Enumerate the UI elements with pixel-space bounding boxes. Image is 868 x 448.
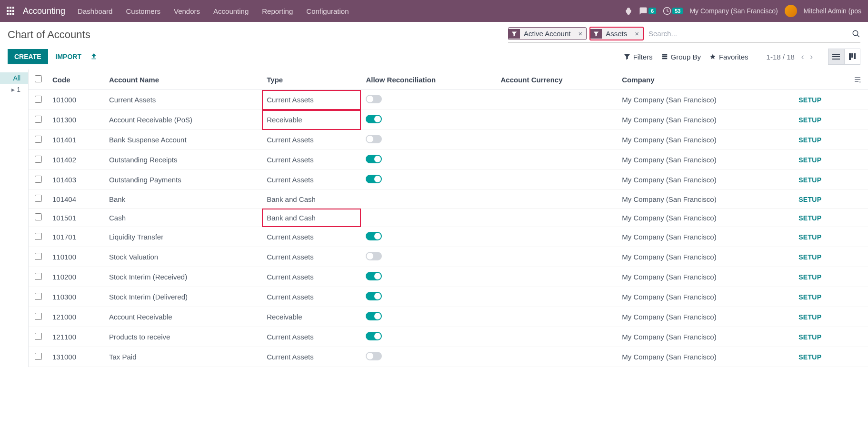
table-row[interactable]: 101404BankBank and CashMy Company (San F… (29, 190, 868, 209)
cell-code: 101404 (48, 190, 104, 209)
pager-next[interactable]: › (808, 52, 815, 61)
setup-button[interactable]: SETUP (798, 96, 821, 104)
row-checkbox[interactable] (35, 233, 42, 240)
setup-button[interactable]: SETUP (798, 176, 821, 184)
nav-link-accounting[interactable]: Accounting (213, 7, 249, 15)
row-checkbox[interactable] (35, 195, 42, 202)
bug-icon[interactable] (625, 7, 632, 15)
row-checkbox[interactable] (35, 313, 42, 320)
cell-company: My Company (San Francisco) (617, 190, 794, 209)
table-row[interactable]: 131000Tax PaidCurrent AssetsMy Company (… (29, 347, 868, 367)
table-row[interactable]: 101403Outstanding PaymentsCurrent Assets… (29, 170, 868, 190)
table-row[interactable]: 121100Products to receiveCurrent AssetsM… (29, 327, 868, 347)
cell-name: Cash (104, 209, 262, 227)
row-checkbox[interactable] (35, 253, 42, 260)
table-row[interactable]: 101401Bank Suspense AccountCurrent Asset… (29, 130, 868, 150)
apps-icon[interactable] (7, 7, 15, 15)
reconcile-toggle[interactable] (366, 155, 382, 163)
table-row[interactable]: 101501CashBank and CashMy Company (San F… (29, 209, 868, 227)
user-menu[interactable]: Mitchell Admin (pos (804, 7, 861, 15)
cell-company: My Company (San Francisco) (617, 347, 794, 367)
sidebar-item-all[interactable]: All (0, 72, 28, 84)
row-checkbox[interactable] (35, 156, 42, 163)
setup-button[interactable]: SETUP (798, 273, 821, 281)
pager-prev[interactable]: ‹ (799, 52, 806, 61)
col-code[interactable]: Code (48, 70, 104, 90)
reconcile-toggle[interactable] (366, 312, 382, 320)
groupby-button[interactable]: Group By (661, 53, 701, 61)
col-options[interactable] (849, 70, 868, 90)
table-row[interactable]: 101000Current AssetsCurrent AssetsMy Com… (29, 90, 868, 110)
reconcile-toggle[interactable] (366, 272, 382, 280)
row-checkbox[interactable] (35, 293, 42, 300)
row-checkbox[interactable] (35, 136, 42, 143)
col-company[interactable]: Company (617, 70, 794, 90)
row-checkbox[interactable] (35, 213, 42, 220)
table-row[interactable]: 101300Account Receivable (PoS)Receivable… (29, 110, 868, 130)
facet-remove[interactable]: × (631, 30, 643, 38)
setup-button[interactable]: SETUP (798, 333, 821, 341)
reconcile-toggle[interactable] (366, 135, 382, 143)
reconcile-toggle[interactable] (366, 252, 382, 260)
reconcile-toggle[interactable] (366, 332, 382, 340)
reconcile-toggle[interactable] (366, 95, 382, 103)
messages-button[interactable]: 6 (639, 7, 656, 15)
reconcile-toggle[interactable] (366, 175, 382, 183)
setup-button[interactable]: SETUP (798, 196, 821, 203)
row-checkbox[interactable] (35, 353, 42, 360)
table-row[interactable]: 110300Stock Interim (Delivered)Current A… (29, 287, 868, 307)
sidebar-item-1[interactable]: 1 (0, 84, 28, 95)
cell-setup: SETUP (794, 90, 849, 110)
row-checkbox[interactable] (35, 176, 42, 183)
create-button[interactable]: CREATE (8, 49, 48, 64)
filters-button[interactable]: Filters (624, 53, 653, 61)
row-checkbox[interactable] (35, 96, 42, 103)
upload-icon[interactable] (90, 53, 98, 60)
setup-button[interactable]: SETUP (798, 136, 821, 144)
col-currency[interactable]: Account Currency (496, 70, 617, 90)
reconcile-toggle[interactable] (366, 232, 382, 240)
view-kanban-button[interactable] (844, 49, 860, 65)
facet-remove[interactable]: × (574, 30, 586, 38)
nav-link-reporting[interactable]: Reporting (262, 7, 293, 15)
pager-value[interactable]: 1-18 / 18 (767, 53, 795, 61)
setup-button[interactable]: SETUP (798, 214, 821, 222)
nav-link-vendors[interactable]: Vendors (174, 7, 200, 15)
search-input[interactable] (647, 28, 849, 40)
import-button[interactable]: IMPORT (56, 53, 81, 60)
setup-button[interactable]: SETUP (798, 353, 821, 361)
setup-button[interactable]: SETUP (798, 253, 821, 261)
row-checkbox[interactable] (35, 333, 42, 340)
row-checkbox[interactable] (35, 273, 42, 280)
favorites-button[interactable]: Favorites (709, 53, 748, 61)
setup-button[interactable]: SETUP (798, 116, 821, 124)
nav-link-dashboard[interactable]: Dashboard (78, 7, 112, 15)
nav-link-customers[interactable]: Customers (126, 7, 160, 15)
table-row[interactable]: 121000Account ReceivableReceivableMy Com… (29, 307, 868, 327)
setup-button[interactable]: SETUP (798, 293, 821, 301)
activities-button[interactable]: 53 (663, 7, 683, 15)
row-checkbox[interactable] (35, 116, 42, 123)
reconcile-toggle[interactable] (366, 292, 382, 300)
avatar[interactable] (785, 5, 797, 17)
search-icon[interactable] (852, 30, 860, 38)
cell-reconcile (361, 267, 496, 287)
col-reconcile[interactable]: Allow Reconciliation (361, 70, 496, 90)
table-row[interactable]: 110200Stock Interim (Received)Current As… (29, 267, 868, 287)
cell-type: Current Assets (262, 170, 361, 190)
setup-button[interactable]: SETUP (798, 233, 821, 241)
col-name[interactable]: Account Name (104, 70, 262, 90)
table-row[interactable]: 101701Liquidity TransferCurrent AssetsMy… (29, 227, 868, 247)
setup-button[interactable]: SETUP (798, 156, 821, 164)
app-brand[interactable]: Accounting (23, 6, 65, 16)
select-all-checkbox[interactable] (35, 75, 42, 82)
view-list-button[interactable] (828, 49, 844, 65)
nav-link-configuration[interactable]: Configuration (306, 7, 349, 15)
col-type[interactable]: Type (262, 70, 361, 90)
setup-button[interactable]: SETUP (798, 313, 821, 321)
table-row[interactable]: 101402Outstanding ReceiptsCurrent Assets… (29, 150, 868, 170)
company-selector[interactable]: My Company (San Francisco) (689, 7, 778, 15)
table-row[interactable]: 110100Stock ValuationCurrent AssetsMy Co… (29, 247, 868, 267)
reconcile-toggle[interactable] (366, 115, 382, 123)
reconcile-toggle[interactable] (366, 352, 382, 360)
